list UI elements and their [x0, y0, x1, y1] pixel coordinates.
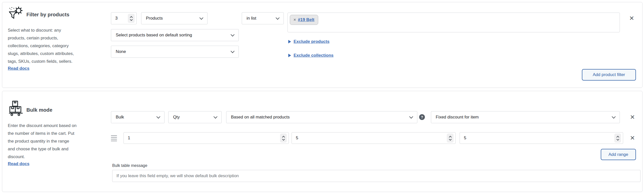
- range-discount-stepper[interactable]: [460, 132, 623, 144]
- remove-range-row-icon[interactable]: ✕: [629, 135, 636, 141]
- chevron-down-icon: [214, 114, 218, 118]
- bulk-table-message-input[interactable]: [112, 170, 640, 182]
- remove-filter-icon[interactable]: ✕: [628, 15, 635, 21]
- add-range-button[interactable]: Add range: [601, 149, 636, 160]
- stepper-down-icon[interactable]: [616, 138, 619, 141]
- boxes-cart-icon: [9, 100, 23, 116]
- chevron-down-icon: [156, 114, 160, 118]
- chevron-down-icon: [199, 16, 204, 20]
- filter-by-products-panel: Filter by products Select what to discou…: [2, 2, 642, 88]
- range-qty-from-input[interactable]: [128, 136, 280, 141]
- stepper-down-icon[interactable]: [282, 138, 285, 141]
- drag-handle[interactable]: [111, 135, 117, 141]
- filter-count-input[interactable]: [115, 16, 128, 21]
- stepper-down-icon[interactable]: [449, 138, 452, 141]
- exclude-collections-toggle[interactable]: Exclude collections: [288, 53, 334, 58]
- exclude-products-toggle[interactable]: Exclude products: [288, 39, 330, 44]
- chevron-down-icon: [409, 114, 413, 118]
- triangle-right-icon: [288, 40, 291, 43]
- bulk-qty-select[interactable]: Qty: [168, 111, 222, 123]
- bulk-table-message-label: Bulk table message: [112, 163, 147, 168]
- stepper-arrows[interactable]: [614, 134, 621, 143]
- chevron-down-icon: [612, 114, 616, 118]
- bulk-discount-type-select[interactable]: Fixed discount for item: [431, 111, 620, 123]
- bulk-mode-panel: Bulk mode Enter the discount amount base…: [2, 91, 642, 192]
- stepper-arrows[interactable]: [447, 134, 454, 143]
- product-tag-link[interactable]: #19 Belt: [298, 17, 314, 22]
- stepper-arrows[interactable]: [128, 14, 135, 23]
- bulk-mode-select[interactable]: Bulk: [111, 111, 165, 123]
- chevron-down-icon: [231, 49, 235, 53]
- help-icon[interactable]: ?: [419, 114, 425, 120]
- bulk-based-on-select[interactable]: Based on all matched products: [226, 111, 417, 123]
- page: Filter by products Select what to discou…: [0, 0, 644, 194]
- remove-tag-icon[interactable]: ×: [294, 18, 296, 22]
- add-product-filter-button[interactable]: Add product filter: [582, 69, 636, 81]
- panel-title: Filter by products: [26, 12, 69, 18]
- filter-operator-select[interactable]: in list: [242, 12, 284, 24]
- range-qty-from-stepper[interactable]: [124, 132, 289, 144]
- product-tag-chip: × #19 Belt: [290, 15, 318, 25]
- selected-products-box[interactable]: × #19 Belt: [288, 13, 620, 32]
- remove-bulk-icon[interactable]: ✕: [629, 114, 636, 120]
- read-docs-link[interactable]: Read docs: [8, 66, 113, 71]
- filter-secondary-select[interactable]: None: [111, 46, 239, 58]
- panel-description: Select what to discount: any products, c…: [8, 26, 113, 71]
- read-docs-link[interactable]: Read docs: [8, 161, 116, 166]
- stepper-arrows[interactable]: [280, 134, 287, 143]
- filter-sorting-select[interactable]: Select products based on default sorting: [111, 29, 239, 41]
- panel-title: Bulk mode: [26, 107, 52, 113]
- chevron-down-icon: [231, 32, 235, 36]
- stepper-down-icon[interactable]: [130, 18, 133, 21]
- range-discount-input[interactable]: [464, 136, 614, 141]
- panel-description: Enter the discount amount based on the n…: [8, 122, 116, 166]
- filter-count-stepper[interactable]: [111, 12, 137, 24]
- funnel-gear-icon: [8, 6, 23, 22]
- filter-type-select[interactable]: Products: [141, 12, 208, 24]
- triangle-right-icon: [288, 54, 291, 57]
- range-qty-to-input[interactable]: [296, 136, 447, 141]
- chevron-down-icon: [276, 16, 280, 20]
- range-qty-to-stepper[interactable]: [292, 132, 456, 144]
